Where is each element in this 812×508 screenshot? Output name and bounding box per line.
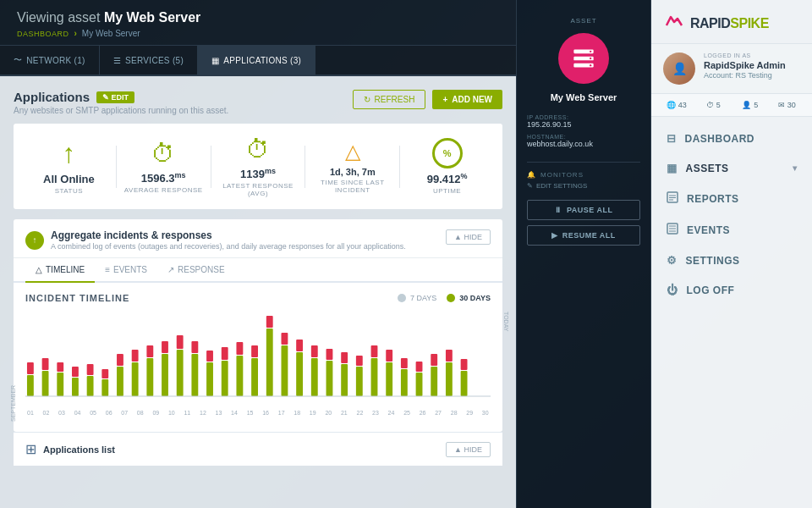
svg-point-65: [590, 58, 591, 59]
apps-list-icon: ⊞: [25, 441, 36, 457]
svg-rect-56: [446, 362, 453, 396]
clock-icon: ⏱: [706, 101, 714, 109]
svg-rect-27: [222, 347, 228, 360]
svg-rect-45: [356, 356, 363, 366]
svg-rect-5: [57, 362, 63, 372]
svg-rect-43: [341, 352, 348, 363]
section-header: Applications ✎ EDIT Any websites or SMTP…: [14, 90, 502, 115]
sidebar-nav: RAPIDSPIKE 👤 LOGGED IN AS RapidSpike Adm…: [651, 0, 812, 508]
svg-rect-49: [386, 350, 392, 362]
aggregate-subtitle: A combined log of events (outages and re…: [51, 242, 406, 251]
events-nav-icon: [667, 223, 678, 237]
hide-aggregate-button[interactable]: ▲ HIDE: [446, 229, 491, 245]
svg-rect-6: [72, 378, 79, 396]
page-title: Viewing asset My Web Server: [17, 10, 499, 25]
asset-detail-panel: ASSET My Web Server IP ADDRESS: 195.26.9…: [516, 0, 651, 508]
svg-rect-24: [206, 362, 213, 396]
svg-rect-19: [162, 341, 168, 353]
sidebar-stats-row: 🌐 43 ⏱ 5 👤 5 ✉ 30: [651, 94, 812, 117]
dashboard-icon: ⊟: [667, 132, 677, 145]
bar-chart-container: 01 02 03 04 05 06 07 08 09 10 11 12: [25, 312, 491, 422]
svg-rect-12: [117, 367, 123, 396]
svg-rect-1: [27, 362, 34, 374]
sidebar-item-events[interactable]: EVENTS: [651, 214, 812, 246]
sub-tab-events[interactable]: ≡ EVENTS: [95, 258, 157, 283]
hide-apps-list-button[interactable]: ▲ HIDE: [446, 442, 491, 457]
svg-rect-29: [236, 342, 243, 355]
avatar: 👤: [663, 52, 695, 85]
latest-response-icon: ⏱: [211, 135, 305, 163]
asset-icon-circle: [558, 33, 609, 84]
asset-name: My Web Server: [551, 92, 617, 102]
svg-rect-53: [416, 362, 423, 372]
stat-users: 👤 5: [733, 101, 767, 109]
svg-rect-35: [282, 333, 288, 345]
legend-7days[interactable]: 7 DAYS: [398, 294, 436, 302]
svg-rect-51: [401, 358, 408, 368]
svg-rect-37: [296, 340, 303, 351]
sidebar-item-dashboard[interactable]: ⊟ DASHBOARD: [651, 124, 812, 153]
svg-rect-40: [326, 361, 333, 396]
header: Viewing asset My Web Server DASHBOARD › …: [0, 0, 516, 46]
svg-rect-21: [177, 335, 184, 349]
nav-list: ⊟ DASHBOARD ▦ ASSETS ▾: [651, 117, 812, 508]
stat-avg-response: ⏱ 1596.3ms AVERAGE RESPONSE: [117, 140, 211, 194]
pause-all-button[interactable]: ⏸ PAUSE ALL: [527, 200, 640, 220]
svg-rect-26: [222, 361, 228, 396]
add-new-button[interactable]: + ADD NEW: [432, 90, 502, 109]
sidebar-item-logoff[interactable]: ⏻ LOG OFF: [651, 275, 812, 305]
refresh-button[interactable]: ↻ REFRESH: [353, 90, 426, 109]
status-arrow-icon: ↑: [22, 138, 116, 169]
sidebar-item-assets[interactable]: ▦ ASSETS ▾: [651, 153, 812, 183]
edit-badge[interactable]: ✎ EDIT: [96, 91, 134, 103]
incident-icon: △: [305, 140, 399, 163]
events-icon: ≡: [105, 265, 110, 274]
stats-card: ↑ All Online STATUS ⏱ 1596.3ms AVERAGE R…: [14, 124, 502, 209]
sidebar-item-settings[interactable]: ⚙ SETTINGS: [651, 246, 812, 275]
status-value: All Online: [22, 173, 116, 185]
stat-status: ↑ All Online STATUS: [22, 138, 116, 195]
svg-rect-33: [266, 316, 273, 328]
resume-all-button[interactable]: ▶ RESUME ALL: [527, 225, 640, 246]
tab-network[interactable]: 〜 NETWORK (1): [0, 46, 100, 75]
tab-applications[interactable]: ▦ APPLICATIONS (3): [198, 46, 315, 75]
svg-rect-34: [282, 345, 288, 396]
breadcrumb-home[interactable]: DASHBOARD: [17, 30, 69, 38]
pause-icon: ⏸: [554, 206, 562, 214]
bar-chart-svg: [25, 312, 491, 405]
user-info: 👤 LOGGED IN AS RapidSpike Admin Account:…: [651, 44, 812, 94]
logo: RAPIDSPIKE: [651, 0, 812, 44]
stat-global: 🌐 43: [660, 101, 694, 109]
chart-legend: 7 DAYS 30 DAYS: [398, 294, 491, 302]
applications-icon: ▦: [211, 56, 219, 65]
stat-uptime: % 99.412% UPTIME: [400, 138, 494, 195]
globe-icon: 🌐: [667, 101, 676, 109]
edit-settings-link[interactable]: ✎ EDIT SETTINGS: [527, 182, 640, 190]
svg-rect-55: [431, 354, 437, 366]
svg-rect-10: [102, 379, 108, 396]
monitors-bell-icon: 🔔: [527, 171, 536, 179]
stat-latest-response: ⏱ 1139ms LATEST RESPONSE(AVG): [211, 135, 305, 197]
svg-rect-44: [356, 367, 363, 396]
svg-rect-36: [296, 352, 303, 396]
sub-tab-response[interactable]: ↗ RESPONSE: [157, 258, 235, 283]
asset-panel-label: ASSET: [570, 17, 596, 25]
svg-rect-59: [461, 359, 468, 370]
chart-y-label-right: TODAY: [503, 312, 509, 422]
svg-rect-0: [27, 375, 34, 396]
svg-rect-46: [371, 358, 378, 396]
tabs-bar: 〜 NETWORK (1) ☰ SERVICES (5) ▦ APPLICATI…: [0, 46, 516, 76]
tab-services[interactable]: ☰ SERVICES (5): [100, 46, 198, 75]
sidebar-item-reports[interactable]: REPORTS: [651, 183, 812, 214]
svg-rect-13: [117, 354, 123, 366]
svg-rect-9: [87, 364, 94, 375]
play-icon: ▶: [551, 231, 558, 240]
refresh-icon: ↻: [364, 95, 370, 104]
sub-tab-timeline[interactable]: △ TIMELINE: [25, 258, 95, 283]
breadcrumb: DASHBOARD › My Web Server: [17, 29, 499, 38]
monitors-label-text: MONITORS: [540, 171, 584, 179]
settings-gear-icon: ⚙: [667, 254, 678, 267]
svg-rect-52: [416, 373, 423, 396]
legend-30days[interactable]: 30 DAYS: [447, 294, 491, 302]
services-icon: ☰: [113, 56, 121, 65]
